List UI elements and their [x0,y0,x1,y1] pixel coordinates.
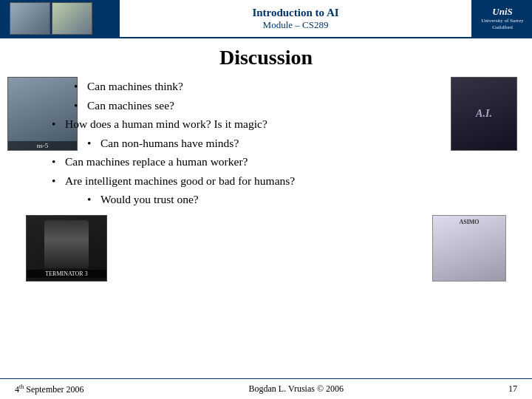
sub-bullets-mind: Can non-humans have minds? [87,134,510,153]
header-center: Introduction to AI Module – CS289 [118,0,473,37]
uni-name: University of SurreyGuildford [481,18,524,31]
bullet-nonhumans: Can non-humans have minds? [87,134,510,153]
sub-bullets-think: Can machines think? Can machines see? [74,77,510,115]
page-header: Introduction to AI Module – CS289 UniS U… [0,0,532,38]
discussion-bullets: Can machines think? Can machines see? Ho… [52,77,510,209]
uni-brand: UniS [492,6,512,18]
university-logo: UniS University of SurreyGuildford [473,0,532,37]
asimo-image [432,215,506,282]
bullet-trust: Would you trust one? [87,190,510,209]
department-label [0,0,118,37]
sub-bullets-trust: Would you trust one? [87,190,510,209]
page-footer: 4th September 2006 Bogdan L. Vrusias © 2… [0,378,532,399]
header-images [7,0,95,37]
section-title: Discussion [22,46,510,69]
bullet-see: Can machines see? [74,96,510,115]
header-thumb-robot [10,2,50,35]
slide-title: Introduction to AI [252,7,338,19]
bullet-good-bad: Are intelligent machines good or bad for… [52,171,510,209]
bullet-mind: How does a human mind work? Is it magic?… [52,115,510,152]
header-thumb-person [52,2,92,35]
bullet-think: Can machines think? [74,77,510,96]
content-area: Can machines think? Can machines see? Ho… [22,77,510,282]
terminator-label: TERMINATOR 3 [27,270,106,278]
footer-author: Bogdan L. Vrusias © 2006 [249,383,344,395]
bottom-images: TERMINATOR 3 [22,215,510,282]
terminator-image: TERMINATOR 3 [26,215,107,282]
footer-date: 4th September 2006 [15,383,84,395]
slide-subtitle: Module – CS289 [263,19,329,31]
footer-page: 17 [508,383,517,395]
bullet-replace: Can machines replace a human worker? [52,152,510,171]
main-content: Discussion Can machines think? Can machi… [0,38,532,289]
